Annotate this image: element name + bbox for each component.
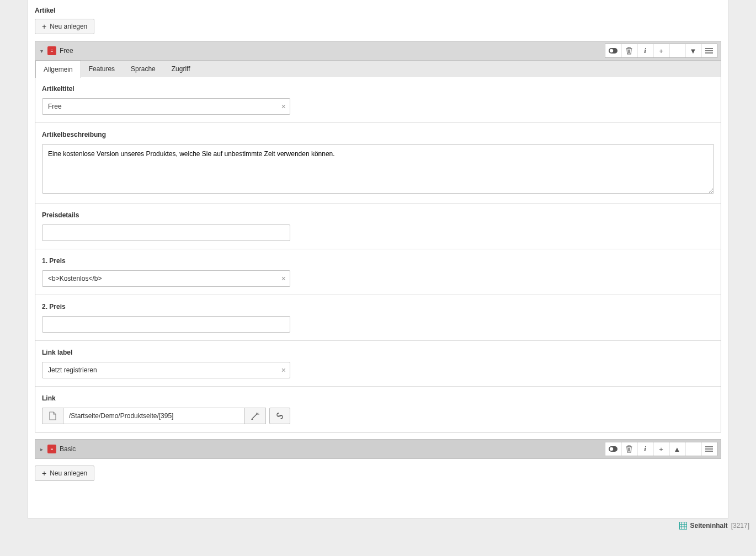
move-down-button[interactable] [685, 442, 701, 456]
field-label: Preisdetails [42, 211, 714, 219]
toggle-visibility-button[interactable] [605, 442, 621, 456]
new-button-row-bottom: + Neu anlegen [28, 466, 728, 488]
field-label: 2. Preis [42, 303, 714, 311]
new-record-label: Neu anlegen [50, 23, 87, 30]
footer-id: [3217] [731, 522, 749, 530]
record-header-basic[interactable]: ▸ ≡ Basic i + ▲ [35, 439, 721, 459]
move-up-button[interactable] [669, 44, 685, 58]
record-title: Free [60, 47, 601, 55]
grid-icon [679, 522, 687, 530]
drag-handle[interactable] [701, 44, 717, 58]
svg-point-6 [258, 414, 259, 415]
record-free: ▾ ≡ Free i + ▼ A [35, 41, 721, 432]
delete-button[interactable] [621, 44, 637, 58]
record-toolbar: i + ▼ [605, 44, 717, 58]
plus-icon: + [42, 469, 46, 477]
new-record-button-top[interactable]: + Neu anlegen [35, 19, 94, 34]
field-artikelbeschreibung: Artikelbeschreibung [35, 122, 721, 203]
new-record-label: Neu anlegen [50, 469, 87, 477]
preis2-input[interactable] [42, 316, 290, 333]
add-button[interactable]: + [653, 442, 669, 456]
tab-bar: Allgemein Features Sprache Zugriff [35, 61, 721, 77]
field-preis1: 1. Preis × [35, 249, 721, 295]
expand-toggle-icon[interactable]: ▸ [39, 446, 44, 452]
field-label: Link [42, 394, 714, 402]
record-toolbar: i + ▲ [605, 442, 717, 456]
add-button[interactable]: + [653, 44, 669, 58]
field-link: Link [35, 386, 721, 432]
svg-point-5 [257, 413, 258, 414]
preisdetails-input[interactable] [42, 224, 290, 241]
field-link-label: Link label × [35, 340, 721, 386]
svg-point-8 [610, 447, 613, 451]
form-body: Artikeltitel × Artikelbeschreibung Preis… [35, 77, 721, 432]
field-label: 1. Preis [42, 257, 714, 265]
link-wizard-button[interactable] [245, 408, 266, 424]
link-path-input[interactable] [63, 408, 245, 424]
content-editor-panel: Artikel + Neu anlegen ▾ ≡ Free i + [28, 0, 728, 518]
record-basic: ▸ ≡ Basic i + ▲ [35, 439, 721, 459]
footer-label: Seiteninhalt [690, 522, 728, 530]
drag-handle[interactable] [701, 442, 717, 456]
field-preis2: 2. Preis [35, 295, 721, 340]
tab-sprache[interactable]: Sprache [123, 61, 164, 77]
field-label: Artikeltitel [42, 85, 714, 93]
record-title: Basic [60, 445, 601, 453]
move-down-button[interactable]: ▼ [685, 44, 701, 58]
record-header-free[interactable]: ▾ ≡ Free i + ▼ [35, 41, 721, 61]
section-title: Artikel [28, 7, 728, 19]
plus-icon: + [42, 23, 46, 30]
link-open-button[interactable] [269, 408, 290, 424]
field-label: Link label [42, 349, 714, 356]
move-up-button[interactable]: ▲ [669, 442, 685, 456]
clear-icon[interactable]: × [281, 102, 286, 111]
field-artikeltitel: Artikeltitel × [35, 77, 721, 122]
field-preisdetails: Preisdetails [35, 203, 721, 249]
tab-features[interactable]: Features [81, 61, 123, 77]
field-label: Artikelbeschreibung [42, 131, 714, 138]
svg-point-1 [610, 49, 613, 52]
tab-allgemein[interactable]: Allgemein [35, 61, 81, 78]
link-label-input[interactable] [42, 362, 290, 378]
clear-icon[interactable]: × [281, 366, 286, 375]
collapse-toggle-icon[interactable]: ▾ [39, 48, 44, 54]
new-button-row-top: + Neu anlegen [28, 19, 728, 41]
content-type-icon: ≡ [47, 445, 56, 453]
preis1-input[interactable] [42, 270, 290, 287]
svg-rect-12 [679, 522, 686, 530]
new-record-button-bottom[interactable]: + Neu anlegen [35, 466, 94, 481]
tab-zugriff[interactable]: Zugriff [164, 61, 199, 77]
artikelbeschreibung-textarea[interactable] [42, 144, 714, 194]
clear-icon[interactable]: × [281, 274, 286, 283]
content-type-icon: ≡ [47, 46, 56, 55]
toggle-visibility-button[interactable] [605, 44, 621, 58]
page-icon [42, 408, 63, 424]
info-button[interactable]: i [637, 442, 653, 456]
delete-button[interactable] [621, 442, 637, 456]
artikeltitel-input[interactable] [42, 98, 290, 115]
footer-bar: Seiteninhalt [3217] [0, 518, 756, 533]
info-button[interactable]: i [637, 44, 653, 58]
